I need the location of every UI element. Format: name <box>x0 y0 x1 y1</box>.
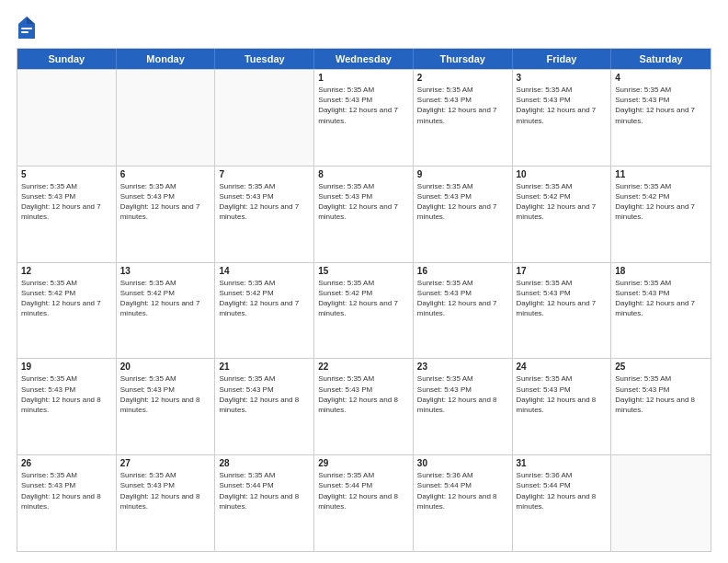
calendar-cell: 10Sunrise: 5:35 AMSunset: 5:42 PMDayligh… <box>513 167 612 262</box>
day-info: Sunrise: 5:35 AMSunset: 5:43 PMDaylight:… <box>120 470 211 511</box>
day-number: 5 <box>21 169 112 179</box>
calendar-cell: 14Sunrise: 5:35 AMSunset: 5:42 PMDayligh… <box>215 263 314 359</box>
logo-icon <box>17 15 37 40</box>
header-day-tuesday: Tuesday <box>215 49 314 69</box>
day-info: Sunrise: 5:35 AMSunset: 5:43 PMDaylight:… <box>615 85 707 126</box>
day-number: 4 <box>615 73 707 83</box>
day-number: 19 <box>21 362 112 372</box>
calendar-header-row: SundayMondayTuesdayWednesdayThursdayFrid… <box>17 49 711 69</box>
day-number: 22 <box>318 362 409 372</box>
day-number: 13 <box>120 266 211 276</box>
day-info: Sunrise: 5:35 AMSunset: 5:43 PMDaylight:… <box>318 373 409 415</box>
day-info: Sunrise: 5:35 AMSunset: 5:43 PMDaylight:… <box>615 373 707 415</box>
day-number: 6 <box>120 169 211 179</box>
day-number: 17 <box>517 266 608 276</box>
day-info: Sunrise: 5:35 AMSunset: 5:42 PMDaylight:… <box>21 278 112 319</box>
day-number: 24 <box>517 362 608 372</box>
header-day-friday: Friday <box>513 49 612 69</box>
calendar-cell: 9Sunrise: 5:35 AMSunset: 5:43 PMDaylight… <box>414 167 513 262</box>
day-number: 26 <box>21 458 112 468</box>
calendar-cell: 20Sunrise: 5:35 AMSunset: 5:43 PMDayligh… <box>117 359 216 454</box>
day-info: Sunrise: 5:36 AMSunset: 5:44 PMDaylight:… <box>417 470 508 511</box>
day-info: Sunrise: 5:35 AMSunset: 5:44 PMDaylight:… <box>219 470 310 511</box>
calendar-cell <box>117 70 216 166</box>
day-number: 12 <box>21 266 112 276</box>
day-number: 1 <box>318 73 409 83</box>
day-info: Sunrise: 5:35 AMSunset: 5:43 PMDaylight:… <box>219 181 310 223</box>
calendar-cell: 11Sunrise: 5:35 AMSunset: 5:42 PMDayligh… <box>611 167 711 262</box>
day-info: Sunrise: 5:36 AMSunset: 5:44 PMDaylight:… <box>517 470 608 511</box>
calendar-cell: 21Sunrise: 5:35 AMSunset: 5:43 PMDayligh… <box>215 359 314 454</box>
header-day-sunday: Sunday <box>17 49 117 69</box>
calendar-cell: 17Sunrise: 5:35 AMSunset: 5:43 PMDayligh… <box>513 263 612 359</box>
day-info: Sunrise: 5:35 AMSunset: 5:43 PMDaylight:… <box>120 373 211 415</box>
header-day-thursday: Thursday <box>414 49 513 69</box>
calendar-cell: 7Sunrise: 5:35 AMSunset: 5:43 PMDaylight… <box>215 167 314 262</box>
calendar-cell: 12Sunrise: 5:35 AMSunset: 5:42 PMDayligh… <box>17 263 117 359</box>
day-info: Sunrise: 5:35 AMSunset: 5:43 PMDaylight:… <box>417 181 508 223</box>
svg-rect-3 <box>21 31 28 33</box>
calendar-body: 1Sunrise: 5:35 AMSunset: 5:43 PMDaylight… <box>17 69 711 551</box>
calendar-cell: 25Sunrise: 5:35 AMSunset: 5:43 PMDayligh… <box>611 359 711 454</box>
day-info: Sunrise: 5:35 AMSunset: 5:43 PMDaylight:… <box>417 278 508 319</box>
day-info: Sunrise: 5:35 AMSunset: 5:42 PMDaylight:… <box>318 278 409 319</box>
calendar-cell: 30Sunrise: 5:36 AMSunset: 5:44 PMDayligh… <box>414 455 513 551</box>
day-info: Sunrise: 5:35 AMSunset: 5:43 PMDaylight:… <box>417 85 508 126</box>
calendar-cell: 26Sunrise: 5:35 AMSunset: 5:43 PMDayligh… <box>17 455 117 551</box>
calendar-cell: 16Sunrise: 5:35 AMSunset: 5:43 PMDayligh… <box>414 263 513 359</box>
calendar-cell: 29Sunrise: 5:35 AMSunset: 5:44 PMDayligh… <box>314 455 414 551</box>
calendar: SundayMondayTuesdayWednesdayThursdayFrid… <box>17 48 711 552</box>
calendar-cell: 23Sunrise: 5:35 AMSunset: 5:43 PMDayligh… <box>414 359 513 454</box>
day-info: Sunrise: 5:35 AMSunset: 5:43 PMDaylight:… <box>219 373 310 415</box>
day-info: Sunrise: 5:35 AMSunset: 5:43 PMDaylight:… <box>417 373 508 415</box>
logo <box>17 15 40 40</box>
calendar-cell: 31Sunrise: 5:36 AMSunset: 5:44 PMDayligh… <box>513 455 612 551</box>
day-number: 14 <box>219 266 310 276</box>
calendar-cell: 19Sunrise: 5:35 AMSunset: 5:43 PMDayligh… <box>17 359 117 454</box>
calendar-cell: 27Sunrise: 5:35 AMSunset: 5:43 PMDayligh… <box>117 455 216 551</box>
calendar-week-1: 1Sunrise: 5:35 AMSunset: 5:43 PMDaylight… <box>17 69 711 166</box>
calendar-cell: 28Sunrise: 5:35 AMSunset: 5:44 PMDayligh… <box>215 455 314 551</box>
day-info: Sunrise: 5:35 AMSunset: 5:43 PMDaylight:… <box>517 373 608 415</box>
header-day-monday: Monday <box>117 49 216 69</box>
day-info: Sunrise: 5:35 AMSunset: 5:44 PMDaylight:… <box>318 470 409 511</box>
calendar-week-2: 5Sunrise: 5:35 AMSunset: 5:43 PMDaylight… <box>17 166 711 262</box>
calendar-cell <box>215 70 314 166</box>
page: SundayMondayTuesdayWednesdayThursdayFrid… <box>0 0 728 563</box>
calendar-cell <box>17 70 117 166</box>
day-number: 21 <box>219 362 310 372</box>
day-number: 28 <box>219 458 310 468</box>
calendar-cell: 1Sunrise: 5:35 AMSunset: 5:43 PMDaylight… <box>314 70 414 166</box>
day-info: Sunrise: 5:35 AMSunset: 5:43 PMDaylight:… <box>517 278 608 319</box>
header-day-saturday: Saturday <box>611 49 711 69</box>
calendar-cell: 3Sunrise: 5:35 AMSunset: 5:43 PMDaylight… <box>513 70 612 166</box>
svg-rect-2 <box>21 28 32 29</box>
day-info: Sunrise: 5:35 AMSunset: 5:43 PMDaylight:… <box>318 85 409 126</box>
header-day-wednesday: Wednesday <box>314 49 414 69</box>
day-info: Sunrise: 5:35 AMSunset: 5:43 PMDaylight:… <box>21 470 112 511</box>
day-number: 27 <box>120 458 211 468</box>
day-info: Sunrise: 5:35 AMSunset: 5:43 PMDaylight:… <box>615 278 707 319</box>
day-number: 7 <box>219 169 310 179</box>
calendar-cell: 6Sunrise: 5:35 AMSunset: 5:43 PMDaylight… <box>117 167 216 262</box>
calendar-cell: 8Sunrise: 5:35 AMSunset: 5:43 PMDaylight… <box>314 167 414 262</box>
calendar-cell: 4Sunrise: 5:35 AMSunset: 5:43 PMDaylight… <box>611 70 711 166</box>
calendar-week-4: 19Sunrise: 5:35 AMSunset: 5:43 PMDayligh… <box>17 358 711 454</box>
day-info: Sunrise: 5:35 AMSunset: 5:43 PMDaylight:… <box>21 373 112 415</box>
calendar-cell: 18Sunrise: 5:35 AMSunset: 5:43 PMDayligh… <box>611 263 711 359</box>
day-info: Sunrise: 5:35 AMSunset: 5:43 PMDaylight:… <box>517 85 608 126</box>
header <box>17 15 711 40</box>
day-info: Sunrise: 5:35 AMSunset: 5:43 PMDaylight:… <box>21 181 112 223</box>
day-number: 29 <box>318 458 409 468</box>
day-number: 23 <box>417 362 508 372</box>
calendar-week-5: 26Sunrise: 5:35 AMSunset: 5:43 PMDayligh… <box>17 454 711 551</box>
day-number: 8 <box>318 169 409 179</box>
day-number: 18 <box>615 266 707 276</box>
day-info: Sunrise: 5:35 AMSunset: 5:42 PMDaylight:… <box>219 278 310 319</box>
calendar-cell: 2Sunrise: 5:35 AMSunset: 5:43 PMDaylight… <box>414 70 513 166</box>
day-number: 9 <box>417 169 508 179</box>
day-number: 30 <box>417 458 508 468</box>
calendar-cell: 24Sunrise: 5:35 AMSunset: 5:43 PMDayligh… <box>513 359 612 454</box>
svg-marker-1 <box>27 17 35 24</box>
day-number: 3 <box>517 73 608 83</box>
